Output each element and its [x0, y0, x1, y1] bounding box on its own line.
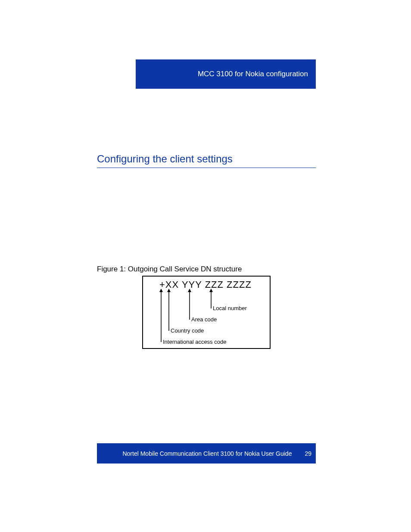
label-intl-access: International access code: [163, 339, 226, 345]
footer-bar: Nortel Mobile Communication Client 3100 …: [97, 443, 316, 464]
svg-marker-8: [209, 289, 213, 292]
svg-marker-4: [167, 289, 171, 292]
label-local-number: Local number: [213, 305, 247, 311]
header-bar: MCC 3100 for Nokia configuration: [136, 59, 316, 89]
footer-page-number: 29: [305, 450, 311, 457]
footer-doc-title: Nortel Mobile Communication Client 3100 …: [122, 450, 292, 457]
svg-marker-2: [159, 289, 163, 292]
figure-box: +XX YYY ZZZ ZZZZ Local number Area code …: [142, 276, 271, 349]
figure-caption: Figure 1: Outgoing Call Service DN struc…: [97, 265, 242, 274]
page-heading: Configuring the client settings: [97, 153, 316, 168]
label-country-code: Country code: [171, 327, 204, 334]
header-section-title: MCC 3100 for Nokia configuration: [198, 70, 308, 78]
figure-arrows: [143, 277, 270, 348]
svg-marker-6: [188, 289, 191, 292]
label-area-code: Area code: [191, 316, 217, 323]
